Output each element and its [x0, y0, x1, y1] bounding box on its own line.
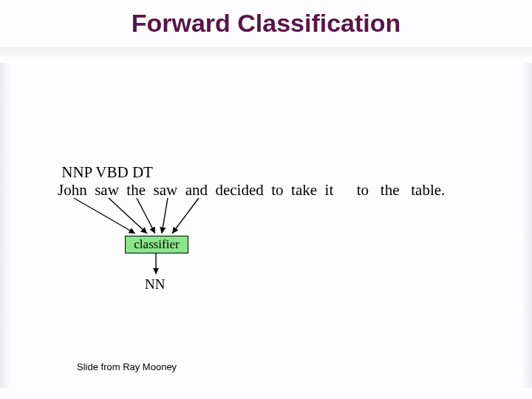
right-edge-gradient — [522, 63, 532, 388]
pos-tags-line: NNP VBD DT — [58, 163, 153, 182]
sentence-line: John saw the saw and decided to take it … — [58, 181, 445, 200]
slide-credit: Slide from Ray Mooney — [77, 361, 177, 372]
arrow-input-1 — [74, 198, 135, 233]
left-edge-gradient — [0, 63, 10, 388]
header-separator — [0, 47, 532, 64]
slide-title: Forward Classification — [0, 9, 532, 38]
classifier-node: classifier — [125, 236, 188, 253]
output-tag: NN — [145, 276, 165, 293]
arrow-input-4 — [162, 198, 168, 233]
arrow-input-2 — [109, 198, 147, 233]
arrow-input-3 — [137, 198, 155, 233]
arrow-input-5 — [172, 198, 199, 233]
